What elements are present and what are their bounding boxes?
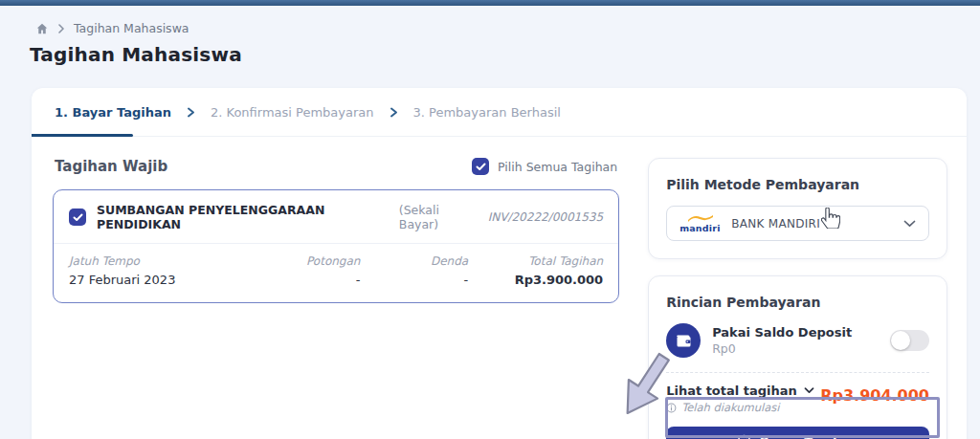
grand-total-amount: Rp3.904.000: [820, 386, 929, 405]
top-navbar-edge: [0, 0, 980, 6]
select-all-tagihan[interactable]: Pilih Semua Tagihan: [472, 158, 617, 175]
bank-mandiri-logo: mandiri: [679, 214, 720, 233]
section-title: Tagihan Wajib: [55, 158, 167, 175]
step-pembayaran-berhasil[interactable]: 3. Pembayaran Berhasil: [413, 105, 561, 120]
fine-label: Denda: [360, 254, 468, 268]
invoice-checkbox[interactable]: [69, 209, 86, 226]
deposit-toggle[interactable]: [890, 330, 929, 351]
page-title: Tagihan Mahasiswa: [30, 43, 242, 66]
mandiri-swoosh-icon: [687, 214, 714, 222]
invoice-name: SUMBANGAN PENYELENGGARAAN PENDIDIKAN: [97, 203, 393, 231]
show-total-link[interactable]: Lihat total tagihan: [666, 384, 814, 398]
total-label: Total Tagihan: [468, 254, 603, 268]
check-icon: [73, 213, 83, 222]
info-icon: [666, 403, 677, 413]
due-date-label: Jatuh Tempo: [69, 254, 253, 268]
chevron-right-icon: [57, 24, 65, 33]
chevron-right-icon: [390, 107, 398, 118]
select-all-checkbox[interactable]: [472, 158, 489, 175]
chevron-down-icon: [804, 387, 814, 394]
total-note: Telah diakumulasi: [666, 401, 814, 414]
deposit-label: Pakai Saldo Deposit: [712, 325, 852, 340]
due-date-value: 27 Februari 2023: [69, 273, 253, 287]
step-bayar-tagihan[interactable]: 1. Bayar Tagihan: [55, 105, 171, 120]
step-wizard: 1. Bayar Tagihan 2. Konfirmasi Pembayara…: [32, 88, 967, 137]
breadcrumb-item[interactable]: Tagihan Mahasiswa: [74, 21, 189, 35]
deposit-balance: Rp0: [712, 341, 852, 356]
chevron-down-icon: [903, 220, 916, 228]
active-step-indicator: [32, 134, 133, 137]
main-card: 1. Bayar Tagihan 2. Konfirmasi Pembayara…: [32, 88, 967, 439]
invoice-number: INV/20222/0001535: [488, 210, 603, 224]
dashed-divider: [666, 372, 929, 373]
payment-method-title: Pilih Metode Pembayaran: [666, 177, 929, 192]
invoice-card: SUMBANGAN PENYELENGGARAAN PENDIDIKAN (Se…: [53, 189, 619, 303]
fine-value: -: [360, 273, 468, 287]
select-all-label: Pilih Semua Tagihan: [498, 160, 617, 174]
invoice-frequency: (Sekali Bayar): [399, 203, 478, 231]
payment-details-title: Rincian Pembayaran: [666, 295, 929, 310]
bank-select-dropdown[interactable]: mandiri BANK MANDIRI: [666, 206, 929, 241]
payment-method-panel: Pilih Metode Pembayaran mandiri BANK MAN…: [648, 158, 947, 259]
home-icon[interactable]: [35, 22, 49, 35]
breadcrumb: Tagihan Mahasiswa: [35, 21, 189, 35]
discount-label: Potongan: [253, 254, 361, 268]
selected-bank-name: BANK MANDIRI: [731, 217, 820, 230]
toggle-knob: [891, 331, 910, 350]
check-circle-icon: [737, 434, 751, 439]
total-value: Rp3.900.000: [468, 273, 603, 287]
check-icon: [476, 163, 486, 171]
billing-section: Tagihan Wajib Pilih Semua Tagihan SUMBAN…: [53, 158, 619, 303]
step-konfirmasi-pembayaran[interactable]: 2. Konfirmasi Pembayaran: [211, 105, 374, 120]
payment-details-panel: Rincian Pembayaran Pakai Saldo Deposit R…: [648, 275, 947, 439]
invoice-details: Jatuh Tempo Potongan Denda Total Tagihan…: [54, 244, 618, 302]
chevron-right-icon: [187, 107, 195, 118]
wallet-icon: [666, 323, 701, 358]
bayar-tagihan-button[interactable]: Bayar Tagihan: [666, 427, 929, 439]
discount-value: -: [253, 273, 361, 287]
